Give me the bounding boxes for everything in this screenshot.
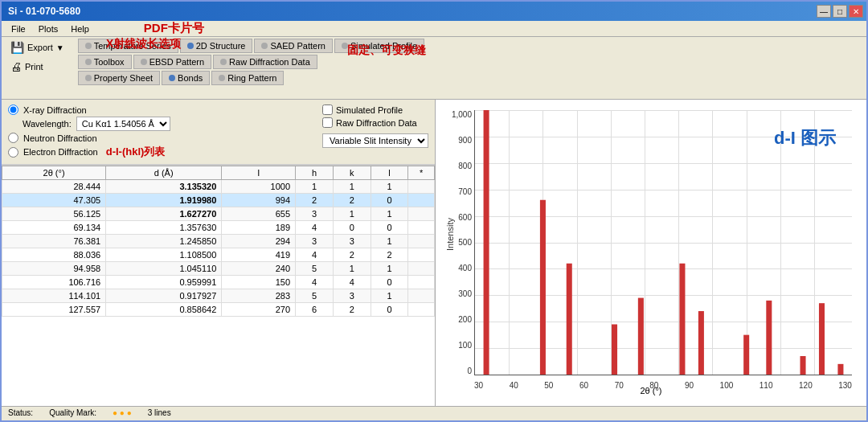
cell-d: 3.135320 (106, 180, 222, 194)
cell-d: 1.357630 (106, 221, 222, 235)
close-button[interactable]: ✕ (849, 5, 863, 18)
y-label: 1,000 (444, 110, 472, 119)
cell-2theta: 28.444 (2, 180, 106, 194)
table-row[interactable]: 94.958 1.045110 240 5 1 1 (2, 262, 435, 276)
status-bar: Status: Quality Mark: ● ● ● 3 lines (2, 406, 866, 420)
table-row[interactable]: 114.101 0.917927 283 5 3 1 (2, 289, 435, 303)
raw-diffraction-checkbox[interactable] (322, 117, 333, 128)
dot-icon (219, 75, 225, 81)
toolbar-row-1: Temperature Series 2D Structure SAED Pat… (78, 39, 863, 53)
annotation-pdf: PDF卡片号 (144, 21, 204, 36)
cell-l: 0 (371, 194, 408, 207)
table-body: 28.444 3.135320 1000 1 1 1 47.305 1.9199… (2, 180, 435, 317)
annotation-table: d-I-(hkl)列表 (106, 145, 166, 159)
tab-label: 2D Structure (196, 41, 246, 51)
x-axis-title: 2θ (°) (442, 386, 860, 395)
tab-temperature-series[interactable]: Temperature Series (78, 39, 178, 53)
electron-label: Electron Diffraction (23, 147, 98, 157)
cell-l: 0 (371, 221, 408, 235)
cell-d: 1.919980 (106, 194, 222, 207)
cell-k: 2 (333, 194, 371, 207)
table-row[interactable]: 76.381 1.245850 294 3 3 1 (2, 235, 435, 248)
y-label: 100 (444, 341, 472, 350)
titlebar: Si - 01-070-5680 — □ ✕ (2, 2, 866, 21)
tab-toolbox[interactable]: Toolbox (78, 55, 132, 69)
cell-d: 0.858642 (106, 303, 222, 317)
tab-simulated-profile[interactable]: Simulated Profile (334, 39, 424, 53)
cell-I: 189 (222, 221, 296, 235)
wavelength-select[interactable]: Cu Kα1 1.54056 Å (76, 117, 170, 131)
export-label: Export (27, 43, 53, 52)
menu-file[interactable]: File (5, 23, 32, 35)
table-row[interactable]: 47.305 1.919980 994 2 2 0 (2, 194, 435, 207)
col-star: * (408, 166, 435, 180)
xray-radio[interactable] (8, 104, 18, 115)
y-label: 400 (444, 264, 472, 272)
tab-property-sheet[interactable]: Property Sheet (78, 71, 160, 85)
cell-2theta: 106.716 (2, 276, 106, 289)
menu-help[interactable]: Help (64, 23, 96, 35)
toolbar-row-2: Toolbox EBSD Pattern Raw Diffraction Dat… (78, 55, 863, 69)
dot-icon (141, 59, 147, 65)
slit-select[interactable]: Variable Slit Intensity (322, 133, 428, 148)
table-header-row: 2θ (°) d (Å) I h k l * (2, 166, 435, 180)
table-row[interactable]: 56.125 1.627270 655 3 1 1 (2, 207, 435, 221)
cell-I: 294 (222, 235, 296, 248)
tab-label: Raw Diffraction Data (229, 57, 310, 67)
cell-I: 1000 (222, 180, 296, 194)
dot-icon (85, 43, 92, 49)
cell-2theta: 94.958 (2, 262, 106, 276)
toolbar-actions: 💾 Export ▼ 🖨 Print (5, 39, 70, 97)
tab-saed-pattern[interactable]: SAED Pattern (254, 39, 332, 53)
col-I: I (222, 166, 296, 180)
slit-row: Variable Slit Intensity (322, 133, 428, 148)
tab-ebsd-pattern[interactable]: EBSD Pattern (133, 55, 211, 69)
cell-k: 3 (333, 235, 371, 248)
table-row[interactable]: 106.716 0.959991 150 4 4 0 (2, 276, 435, 289)
print-button[interactable]: 🖨 Print (5, 58, 70, 76)
diffraction-table-container[interactable]: 2θ (°) d (Å) I h k l * 28.444 3.135320 1… (2, 165, 435, 406)
cell-k: 1 (333, 180, 371, 194)
tab-raw-diffraction[interactable]: Raw Diffraction Data (213, 55, 317, 69)
col-l: l (371, 166, 408, 180)
status-text: Status: (8, 408, 33, 419)
xray-radio-row: X-ray Diffraction (8, 104, 306, 115)
toolbar-row-3: Property Sheet Bonds Ring Pattern (78, 71, 863, 85)
neutron-radio-row: Neutron Diffraction (8, 133, 306, 143)
y-label: 300 (444, 289, 472, 298)
tab-bonds[interactable]: Bonds (162, 71, 210, 85)
export-button[interactable]: 💾 Export ▼ (5, 39, 70, 56)
cell-h: 4 (296, 248, 334, 262)
simulated-profile-checkbox[interactable] (322, 104, 333, 115)
tab-ring-pattern[interactable]: Ring Pattern (211, 71, 284, 85)
minimize-button[interactable]: — (817, 5, 831, 18)
dot-icon (169, 75, 175, 81)
chart-plot-area: d-I 图示 (474, 110, 852, 375)
cell-l: 0 (371, 276, 408, 289)
diffraction-types: X-ray Diffraction Wavelength: Cu Kα1 1.5… (8, 103, 306, 161)
y-label: 900 (444, 136, 472, 145)
tab-2d-structure[interactable]: 2D Structure (180, 39, 253, 53)
cell-h: 3 (296, 235, 334, 248)
cell-l: 1 (371, 180, 408, 194)
table-row[interactable]: 88.036 1.108500 419 4 2 2 (2, 248, 435, 262)
neutron-radio[interactable] (8, 133, 18, 143)
electron-radio[interactable] (8, 147, 18, 158)
cell-k: 4 (333, 276, 371, 289)
table-row[interactable]: 69.134 1.357630 189 4 0 0 (2, 221, 435, 235)
quality-text: Quality Mark: (49, 408, 96, 419)
diffraction-table: 2θ (°) d (Å) I h k l * 28.444 3.135320 1… (2, 166, 435, 317)
table-row[interactable]: 28.444 3.135320 1000 1 1 1 (2, 180, 435, 194)
window-controls: — □ ✕ (817, 5, 863, 18)
table-row[interactable]: 127.557 0.858642 270 6 2 0 (2, 303, 435, 317)
cell-I: 419 (222, 248, 296, 262)
left-panel: X-ray Diffraction Wavelength: Cu Kα1 1.5… (2, 100, 436, 406)
cell-star (408, 276, 435, 289)
dot-icon (342, 43, 348, 49)
restore-button[interactable]: □ (833, 5, 847, 18)
cell-h: 4 (296, 276, 334, 289)
menu-plots[interactable]: Plots (32, 23, 64, 35)
tab-label: Property Sheet (94, 73, 153, 83)
cell-I: 270 (222, 303, 296, 317)
cell-star (408, 303, 435, 317)
